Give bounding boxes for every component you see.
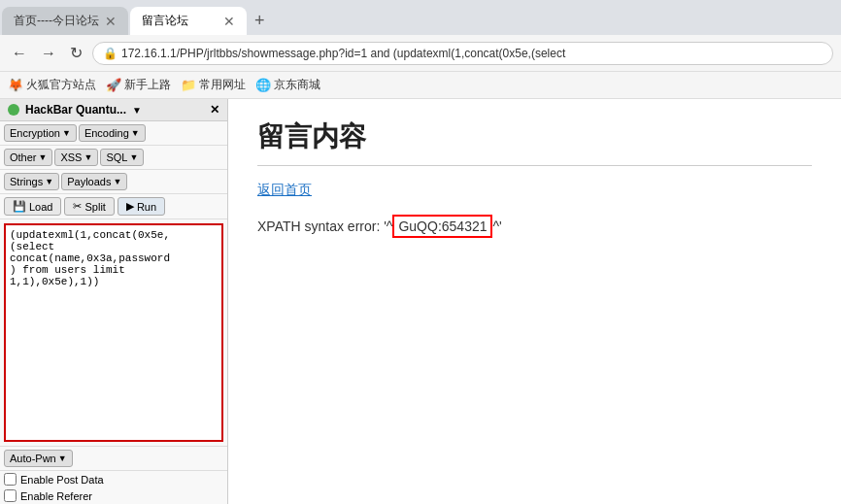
toolbar-row-3: Strings ▼ Payloads ▼: [0, 170, 227, 194]
sql-button[interactable]: SQL ▼: [100, 149, 144, 166]
reload-button[interactable]: ↻: [66, 42, 86, 64]
hackbar-close-icon[interactable]: ✕: [210, 103, 219, 117]
tab-active[interactable]: 留言论坛 ✕: [130, 7, 247, 35]
encryption-button[interactable]: Encryption ▼: [4, 124, 77, 142]
payloads-arrow: ▼: [113, 177, 121, 186]
toolbar-row-1: Encryption ▼ Encoding ▼: [0, 121, 227, 146]
split-icon: ✂: [73, 200, 82, 213]
encoding-arrow: ▼: [131, 128, 140, 138]
auto-pwn-row: Auto-Pwn ▼: [0, 446, 227, 471]
tab-inactive[interactable]: 首页----今日论坛 ✕: [2, 7, 128, 35]
error-line: XPATH syntax error: '^GuQQ:654321^': [257, 215, 812, 238]
load-icon: 💾: [13, 200, 26, 213]
run-label: Run: [137, 201, 156, 213]
security-icon: 🔒: [103, 47, 118, 60]
bookmark-hupao[interactable]: 🦊 火狐官方站点: [8, 77, 96, 93]
post-data-row: Enable Post Data: [0, 471, 227, 487]
strings-button[interactable]: Strings ▼: [4, 173, 59, 190]
load-button[interactable]: 💾 Load: [4, 197, 61, 216]
page-content: 留言内容 返回首页 XPATH syntax error: '^GuQQ:654…: [228, 99, 841, 504]
tab-active-close[interactable]: ✕: [223, 15, 235, 28]
referer-checkbox[interactable]: [4, 489, 17, 502]
split-button[interactable]: ✂ Split: [64, 197, 114, 216]
code-textarea[interactable]: [4, 223, 223, 442]
xss-arrow: ▼: [84, 152, 92, 162]
strings-label: Strings: [10, 176, 43, 187]
newbie-icon: 🚀: [106, 78, 121, 92]
load-label: Load: [29, 201, 52, 213]
bookmarks-bar: 🦊 火狐官方站点 🚀 新手上路 📁 常用网址 🌐 京东商城: [0, 72, 841, 99]
tab-inactive-title: 首页----今日论坛: [14, 13, 99, 29]
sql-arrow: ▼: [129, 152, 138, 162]
error-suffix: ^': [492, 218, 501, 234]
action-row: 💾 Load ✂ Split ▶ Run: [0, 194, 227, 219]
other-label: Other: [10, 151, 37, 163]
error-highlight: GuQQ:654321: [392, 215, 492, 238]
referer-row: Enable Referer: [0, 487, 227, 504]
payloads-button[interactable]: Payloads ▼: [61, 173, 127, 190]
browser-window: 首页----今日论坛 ✕ 留言论坛 ✕ + ← → ↻ 🔒 172.16.1.1…: [0, 0, 841, 504]
hackbar-header-left: HackBar Quantu... ▼: [8, 103, 142, 117]
other-button[interactable]: Other ▼: [4, 149, 52, 166]
tab-active-title: 留言论坛: [142, 13, 218, 29]
referer-label: Enable Referer: [20, 490, 92, 502]
strings-arrow: ▼: [45, 177, 53, 186]
auto-pwn-label: Auto-Pwn: [10, 453, 56, 464]
split-label: Split: [84, 201, 105, 213]
hackbar-status-icon: [8, 104, 19, 116]
encryption-label: Encryption: [10, 127, 60, 139]
address-bar-row: ← → ↻ 🔒 172.16.1.1/PHP/jrltbbs/showmessa…: [0, 35, 841, 72]
xss-button[interactable]: XSS ▼: [54, 149, 98, 166]
address-bar[interactable]: 🔒 172.16.1.1/PHP/jrltbbs/showmessage.php…: [92, 42, 833, 65]
back-button[interactable]: ←: [8, 43, 31, 64]
jd-icon: 🌐: [255, 78, 271, 92]
other-arrow: ▼: [39, 152, 48, 162]
toolbar-row-2: Other ▼ XSS ▼ SQL ▼: [0, 146, 227, 170]
jd-label: 京东商城: [274, 77, 320, 93]
payloads-label: Payloads: [67, 176, 111, 187]
hackbar-title: HackBar Quantu...: [25, 103, 126, 117]
back-link[interactable]: 返回首页: [257, 182, 812, 199]
bookmark-common[interactable]: 📁 常用网址: [181, 77, 246, 93]
encryption-arrow: ▼: [62, 128, 71, 138]
forward-button[interactable]: →: [37, 43, 60, 64]
tab-bar: 首页----今日论坛 ✕ 留言论坛 ✕ +: [0, 0, 841, 35]
common-label: 常用网址: [199, 77, 246, 93]
address-text: 172.16.1.1/PHP/jrltbbs/showmessage.php?i…: [121, 47, 565, 60]
hackbar-header: HackBar Quantu... ▼ ✕: [0, 99, 227, 121]
hupao-icon: 🦊: [8, 78, 23, 92]
tab-inactive-close[interactable]: ✕: [105, 15, 117, 28]
sql-label: SQL: [106, 151, 127, 163]
main-area: HackBar Quantu... ▼ ✕ Encryption ▼ Encod…: [0, 99, 841, 504]
newbie-label: 新手上路: [124, 77, 171, 93]
encoding-label: Encoding: [84, 127, 129, 139]
run-icon: ▶: [126, 200, 134, 213]
hackbar-expand-icon[interactable]: ▼: [132, 105, 142, 116]
bookmark-jd[interactable]: 🌐 京东商城: [255, 77, 320, 93]
error-prefix: XPATH syntax error: '^: [257, 218, 392, 234]
common-icon: 📁: [181, 78, 196, 92]
bookmark-newbie[interactable]: 🚀 新手上路: [106, 77, 171, 93]
hackbar-panel: HackBar Quantu... ▼ ✕ Encryption ▼ Encod…: [0, 99, 228, 504]
xss-label: XSS: [60, 151, 82, 163]
post-data-checkbox[interactable]: [4, 473, 17, 486]
encoding-button[interactable]: Encoding ▼: [79, 124, 146, 142]
page-title: 留言内容: [257, 118, 812, 166]
hupao-label: 火狐官方站点: [26, 77, 96, 93]
new-tab-button[interactable]: +: [247, 11, 273, 31]
auto-pwn-arrow: ▼: [58, 454, 67, 463]
post-data-label: Enable Post Data: [20, 474, 104, 486]
auto-pwn-button[interactable]: Auto-Pwn ▼: [4, 450, 73, 467]
run-button[interactable]: ▶ Run: [118, 197, 165, 216]
